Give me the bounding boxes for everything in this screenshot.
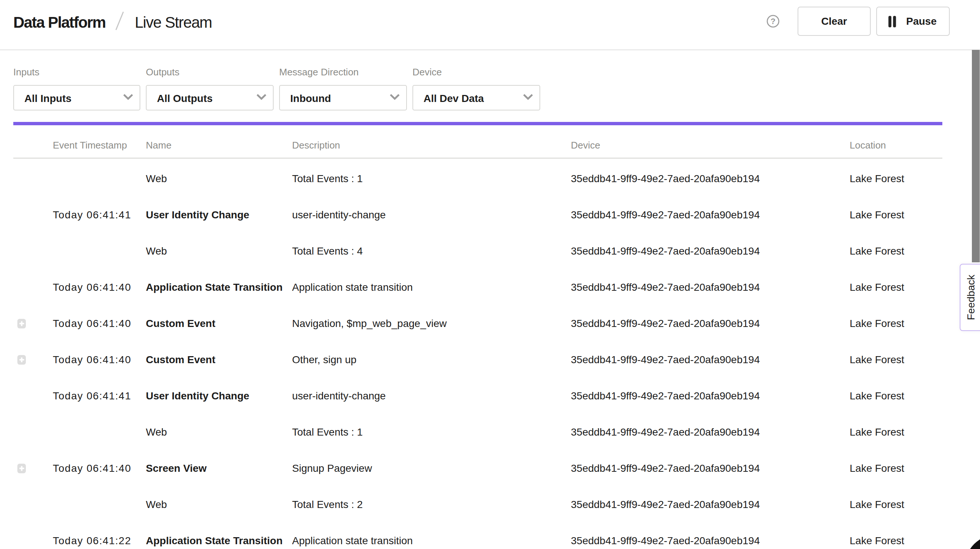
- svg-text:?: ?: [771, 17, 775, 26]
